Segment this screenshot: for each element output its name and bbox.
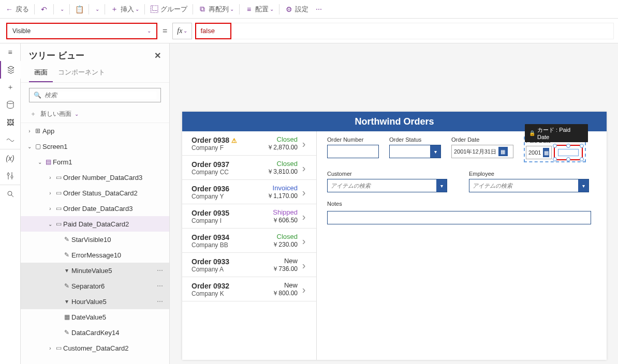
dropdown-icon: ▾ xyxy=(62,298,71,305)
paiddate-picker[interactable]: 2001▦ xyxy=(526,146,552,159)
order-item[interactable]: Order 0937Company CCClosed￥3,810.00› xyxy=(182,156,316,180)
chevron-right-icon: › xyxy=(298,162,310,174)
chevron-down-icon: ⌄ xyxy=(95,6,99,12)
paiddate-card-selected[interactable]: 🔒カード : Paid Date Paid Date 2001▦ xyxy=(524,136,586,162)
fx-button[interactable]: fx⌄ xyxy=(172,23,192,39)
fx-icon: fx xyxy=(177,27,182,35)
node-orderdate-dc[interactable]: ›▭Order Date_DataCard3 xyxy=(21,201,169,216)
canvas[interactable]: Northwind Orders Order 0938⚠Company FClo… xyxy=(170,43,618,364)
date-icon: ▦ xyxy=(62,313,71,321)
node-app[interactable]: ›⊞App xyxy=(21,123,169,139)
node-datacardkey[interactable]: ✎DataCardKey14 xyxy=(21,325,169,340)
divider xyxy=(239,4,240,14)
tree-search-input[interactable] xyxy=(45,92,156,99)
formula-tail[interactable] xyxy=(231,23,614,39)
node-form1[interactable]: ⌄▤Form1 xyxy=(21,154,169,170)
rail-media[interactable]: 🖼 xyxy=(0,114,21,131)
group-label: グループ xyxy=(160,5,187,14)
order-item[interactable]: Order 0933Company ANew￥736.00› xyxy=(182,253,316,277)
employee-combobox[interactable]: ▾ xyxy=(469,179,589,192)
more-icon[interactable]: ⋯ xyxy=(153,282,167,290)
group-button[interactable]: ⿺グループ xyxy=(147,2,190,17)
node-orderstat-dc[interactable]: ›▭Order Status_DataCard2 xyxy=(21,185,169,201)
datacard-icon: ▭ xyxy=(54,220,63,228)
node-separator[interactable]: ✎Separator6⋯ xyxy=(21,278,169,294)
insert-button[interactable]: ＋挿入⌄ xyxy=(107,2,142,17)
node-screen1[interactable]: ⌄▢Screen1 xyxy=(21,139,169,154)
redo-split[interactable]: ⌄ xyxy=(56,2,67,17)
order-item[interactable]: Order 0932Company KNew￥800.00› xyxy=(182,277,316,301)
node-minutevalue[interactable]: ▾MinuteValue5⋯ xyxy=(21,263,169,278)
rail-search[interactable] xyxy=(0,185,21,203)
tree-search[interactable]: 🔍 xyxy=(29,88,161,102)
label-icon: ✎ xyxy=(62,329,71,336)
orderdate-picker[interactable]: 2001年12月31日▦ xyxy=(451,145,513,158)
time-controls-selection[interactable] xyxy=(554,145,583,160)
form-icon: ▤ xyxy=(43,158,53,165)
order-company: Company CC xyxy=(192,169,267,176)
rail-variables[interactable]: (x) xyxy=(0,149,21,167)
new-screen-button[interactable]: ＋ 新しい画面 ⌄ xyxy=(21,108,169,123)
tab-components[interactable]: コンポーネント xyxy=(53,65,110,82)
node-ordernum-dc[interactable]: ›▭Order Number_DataCard3 xyxy=(21,170,169,185)
ordernum-label: Order Number xyxy=(327,136,379,143)
rail-insert[interactable]: ＋ xyxy=(0,79,21,96)
chevron-down-icon: ⌄ xyxy=(26,144,33,149)
reorder-icon: ⧉ xyxy=(198,5,207,13)
notes-input[interactable] xyxy=(327,211,591,224)
formula-input[interactable]: false xyxy=(195,23,231,39)
label-icon: ✎ xyxy=(62,251,71,259)
order-gallery[interactable]: Order 0938⚠Company FClosed￥2,870.00›Orde… xyxy=(182,131,317,360)
svg-point-2 xyxy=(11,176,13,178)
paste-button[interactable]: 📋 xyxy=(72,2,86,17)
order-amount: ￥606.50 xyxy=(272,216,298,225)
rail-tools[interactable] xyxy=(0,167,21,185)
node-errormsg[interactable]: ✎ErrorMessage10 xyxy=(21,247,169,263)
more-icon[interactable]: ⋯ xyxy=(153,267,167,274)
paste-split[interactable]: ⌄ xyxy=(91,2,102,17)
form-area: Order Number Order Status ▾ Order Date 2… xyxy=(317,131,607,360)
node-paiddate-dc[interactable]: ⌄▭Paid Date_DataCard2 xyxy=(21,216,169,232)
divider xyxy=(279,4,279,14)
order-item[interactable]: Order 0934Company BBClosed￥230.00› xyxy=(182,229,316,253)
align-button[interactable]: ≡配置⌄ xyxy=(242,2,277,17)
tab-screens[interactable]: 画面 xyxy=(29,65,53,82)
node-customer-dc[interactable]: ›▭Customer_DataCard2 xyxy=(21,340,169,356)
node-label: Paid Date_DataCard2 xyxy=(63,220,129,228)
rail-treeview[interactable] xyxy=(0,61,21,79)
undo-button[interactable]: ↶ xyxy=(37,2,51,17)
order-item[interactable]: Order 0936Company YInvoiced￥1,170.00› xyxy=(182,180,316,204)
datacard-icon: ▭ xyxy=(54,174,63,181)
employee-input[interactable] xyxy=(469,179,578,192)
customer-label: Customer xyxy=(327,171,447,177)
reorder-button[interactable]: ⧉再配列⌄ xyxy=(195,2,237,17)
order-item[interactable]: Order 0935Company IShipped￥606.50› xyxy=(182,204,316,229)
chevron-right-icon: › xyxy=(47,206,54,211)
back-button[interactable]: ←戻る xyxy=(2,2,32,17)
order-item[interactable]: Order 0938⚠Company FClosed￥2,870.00› xyxy=(182,131,316,156)
orderstatus-label: Order Status xyxy=(389,136,441,143)
node-datevalue[interactable]: ▦DateValue5 xyxy=(21,309,169,325)
customer-input[interactable] xyxy=(328,179,436,192)
rail-data[interactable] xyxy=(0,96,21,114)
chevron-down-icon: ⌄ xyxy=(135,6,139,12)
rail-hamburger[interactable]: ≡ xyxy=(0,43,21,61)
calendar-icon: ▦ xyxy=(543,148,549,157)
close-icon[interactable]: ✕ xyxy=(154,51,161,60)
node-label: Screen1 xyxy=(42,143,67,150)
rail-flows[interactable] xyxy=(0,131,21,149)
arrow-left-icon: ← xyxy=(5,5,13,13)
node-hourvalue[interactable]: ▾HourValue5⋯ xyxy=(21,294,169,309)
node-starvisible[interactable]: ✎StarVisible10 xyxy=(21,232,169,247)
property-selector[interactable]: Visible ⌄ xyxy=(6,23,157,39)
order-id: Order 0932 xyxy=(192,282,272,290)
more-button[interactable]: ⋯ xyxy=(312,6,326,13)
orderstatus-dropdown[interactable]: ▾ xyxy=(389,145,441,158)
customer-combobox[interactable]: ▾ xyxy=(327,179,447,192)
ordernum-input[interactable] xyxy=(327,145,379,158)
settings-button[interactable]: ⚙設定 xyxy=(282,2,312,17)
more-icon[interactable]: ⋯ xyxy=(153,298,167,305)
chevron-down-icon: ⌄ xyxy=(75,111,79,117)
chevron-down-icon: ⌄ xyxy=(230,6,234,12)
lock-icon: 🔒 xyxy=(529,130,535,136)
